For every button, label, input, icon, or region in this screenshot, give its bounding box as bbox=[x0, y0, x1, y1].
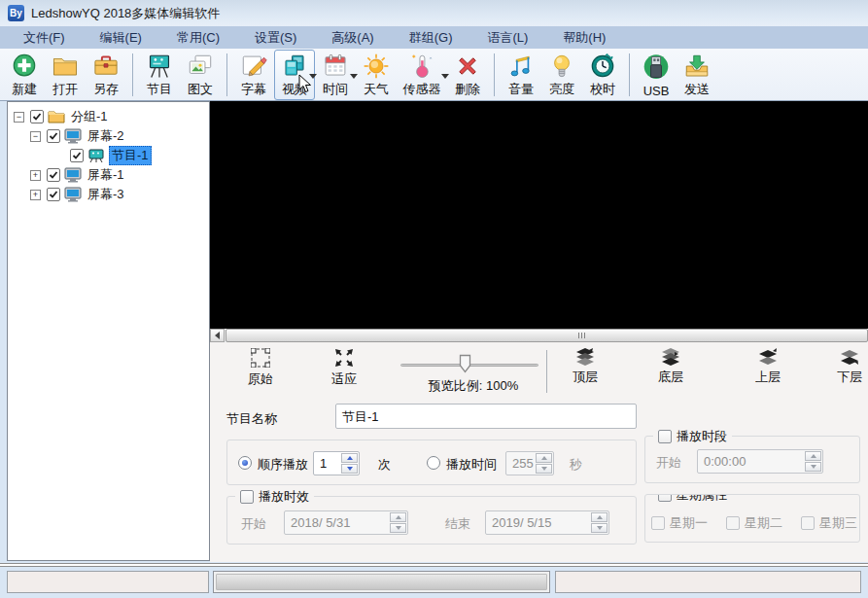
button-label: 原始 bbox=[248, 370, 273, 388]
delete-button[interactable]: 删除 bbox=[447, 50, 488, 100]
tree-item-label[interactable]: 屏幕-3 bbox=[86, 186, 126, 203]
original-size-icon bbox=[251, 348, 270, 368]
sequence-play-label: 顺序播放 bbox=[258, 456, 308, 474]
spin-down-button[interactable] bbox=[390, 523, 406, 533]
down-layer-button[interactable]: 下层 bbox=[828, 348, 868, 395]
monday-checkbox[interactable] bbox=[651, 516, 665, 530]
monday-checkbox-item[interactable]: 星期一 bbox=[651, 514, 708, 532]
collapse-icon[interactable]: − bbox=[30, 131, 41, 142]
period-end-label: 结束 bbox=[445, 515, 470, 533]
play-time-radio[interactable] bbox=[427, 456, 440, 470]
video-button[interactable]: 视频 bbox=[274, 50, 315, 100]
tuesday-label: 星期二 bbox=[745, 514, 782, 532]
period-start-date-spinner[interactable]: 2018/ 5/31 bbox=[284, 510, 408, 535]
timeslot-start-spinner[interactable]: 0:00:00 bbox=[697, 449, 823, 474]
wednesday-checkbox-item[interactable]: 星期三 bbox=[801, 514, 857, 532]
spin-up-button[interactable] bbox=[805, 451, 821, 461]
send-button[interactable]: 发送 bbox=[677, 50, 717, 100]
program-button[interactable]: 节目 bbox=[139, 50, 180, 100]
menu-common[interactable]: 常用(C) bbox=[167, 26, 229, 49]
preview-horizontal-scrollbar[interactable] bbox=[210, 329, 868, 342]
toolbar: 新建 打开 另存 节目 bbox=[0, 49, 868, 101]
expand-icon[interactable]: + bbox=[30, 170, 41, 181]
usb-button[interactable]: USB bbox=[636, 50, 677, 100]
scrollbar-thumb[interactable] bbox=[226, 329, 868, 342]
tuesday-checkbox-item[interactable]: 星期二 bbox=[726, 514, 782, 532]
play-timeslot-groupbox: 播放时段 开始 0:00:00 bbox=[644, 436, 860, 483]
tree-item-label[interactable]: 分组-1 bbox=[69, 108, 110, 125]
checkbox-checked-icon[interactable] bbox=[47, 129, 60, 143]
menu-language[interactable]: 语言(L) bbox=[477, 26, 538, 49]
play-time-spinner[interactable]: 255 bbox=[505, 451, 554, 475]
checkbox-checked-icon[interactable] bbox=[70, 149, 84, 162]
play-timeslot-checkbox[interactable] bbox=[658, 430, 672, 443]
top-layer-button[interactable]: 顶层 bbox=[558, 348, 612, 395]
statusbar-divider bbox=[0, 563, 868, 567]
spin-up-button[interactable] bbox=[591, 512, 608, 522]
menu-file[interactable]: 文件(F) bbox=[14, 26, 75, 49]
toolbar-label: 新建 bbox=[12, 81, 37, 98]
wednesday-checkbox[interactable] bbox=[801, 516, 815, 530]
preview-scale-slider[interactable]: 预览比例: 100% bbox=[400, 348, 546, 395]
sensor-button[interactable]: 传感器 bbox=[397, 50, 447, 100]
fit-button[interactable]: 适应 bbox=[317, 348, 371, 395]
sequence-play-radio[interactable] bbox=[238, 456, 252, 470]
spinner-value: 2019/ 5/15 bbox=[492, 511, 551, 534]
up-layer-button[interactable]: 上层 bbox=[741, 348, 795, 395]
sequence-count-spinner[interactable]: 1 bbox=[313, 451, 360, 475]
image-text-button[interactable]: 图文 bbox=[180, 50, 221, 100]
week-property-groupbox: 星期属性 星期一 星期二 星期三 bbox=[644, 494, 860, 543]
spin-down-button[interactable] bbox=[805, 462, 821, 472]
spin-down-button[interactable] bbox=[341, 464, 358, 474]
status-left-panel bbox=[7, 571, 209, 593]
program-name-input[interactable]: 节目-1 bbox=[335, 404, 637, 429]
save-as-icon bbox=[89, 53, 122, 80]
expand-icon[interactable]: + bbox=[30, 190, 41, 200]
play-period-checkbox[interactable] bbox=[240, 490, 254, 504]
scroll-left-button[interactable] bbox=[210, 329, 225, 342]
original-size-button[interactable]: 原始 bbox=[233, 348, 288, 395]
tree-item-label-selected[interactable]: 节目-1 bbox=[109, 146, 152, 165]
bottom-layer-button[interactable]: 底层 bbox=[643, 348, 698, 395]
checkbox-checked-icon[interactable] bbox=[47, 168, 60, 182]
menu-help[interactable]: 帮助(H) bbox=[553, 26, 615, 49]
top-layer-icon bbox=[575, 348, 595, 366]
checkbox-checked-icon[interactable] bbox=[47, 188, 60, 201]
open-button[interactable]: 打开 bbox=[45, 50, 86, 100]
weather-button[interactable]: 天气 bbox=[356, 50, 397, 100]
time-button[interactable]: 时间 bbox=[315, 50, 356, 100]
spin-up-button[interactable] bbox=[341, 453, 358, 463]
spin-down-button[interactable] bbox=[536, 464, 552, 474]
tree-item-label[interactable]: 屏幕-1 bbox=[86, 166, 126, 184]
led-preview-canvas[interactable] bbox=[210, 101, 868, 329]
menu-advanced[interactable]: 高级(A) bbox=[322, 26, 383, 49]
spin-up-button[interactable] bbox=[536, 453, 552, 463]
button-label: 底层 bbox=[658, 369, 683, 386]
tree-item-screen-2[interactable]: − 屏幕-2 bbox=[8, 126, 209, 146]
toolbar-separator bbox=[226, 53, 227, 96]
spin-up-button[interactable] bbox=[390, 512, 406, 522]
period-end-date-spinner[interactable]: 2019/ 5/15 bbox=[485, 510, 609, 535]
tree-item-group-1[interactable]: − 分组-1 bbox=[8, 107, 209, 126]
tuesday-checkbox[interactable] bbox=[726, 516, 740, 530]
tree-item-program-1[interactable]: 节目-1 bbox=[8, 146, 209, 165]
new-button[interactable]: 新建 bbox=[4, 50, 45, 100]
brightness-bulb-icon bbox=[545, 53, 578, 80]
tree-item-label[interactable]: 屏幕-2 bbox=[86, 127, 126, 145]
slider-thumb[interactable] bbox=[459, 354, 471, 373]
menu-group[interactable]: 群组(G) bbox=[399, 26, 463, 49]
toolbar-label: 字幕 bbox=[241, 81, 266, 98]
week-property-checkbox[interactable] bbox=[658, 494, 672, 502]
menu-settings[interactable]: 设置(S) bbox=[245, 26, 306, 49]
checkbox-checked-icon[interactable] bbox=[30, 110, 44, 123]
brightness-button[interactable]: 亮度 bbox=[541, 50, 582, 100]
subtitle-button[interactable]: 字幕 bbox=[233, 50, 274, 100]
save-as-button[interactable]: 另存 bbox=[86, 50, 126, 100]
collapse-icon[interactable]: − bbox=[14, 112, 24, 123]
tree-item-screen-1[interactable]: + 屏幕-1 bbox=[8, 165, 209, 185]
spin-down-button[interactable] bbox=[591, 523, 608, 533]
time-sync-button[interactable]: 校时 bbox=[582, 50, 623, 100]
tree-item-screen-3[interactable]: + 屏幕-3 bbox=[8, 185, 209, 204]
volume-button[interactable]: 音量 bbox=[501, 50, 541, 100]
menu-edit[interactable]: 编辑(E) bbox=[90, 26, 152, 49]
